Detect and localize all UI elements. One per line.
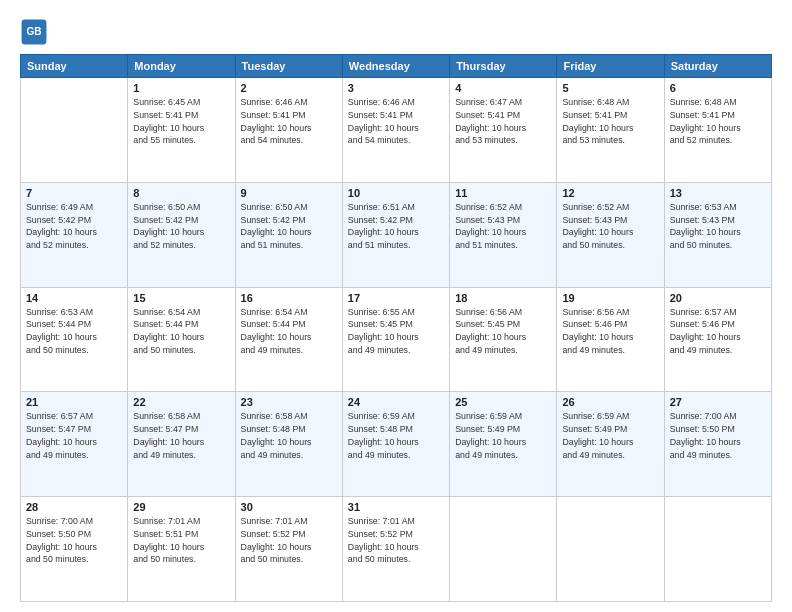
day-detail: Sunrise: 6:47 AM Sunset: 5:41 PM Dayligh…: [455, 96, 551, 147]
day-number: 30: [241, 501, 337, 513]
calendar-cell: 18Sunrise: 6:56 AM Sunset: 5:45 PM Dayli…: [450, 287, 557, 392]
calendar-table: SundayMondayTuesdayWednesdayThursdayFrid…: [20, 54, 772, 602]
day-detail: Sunrise: 6:50 AM Sunset: 5:42 PM Dayligh…: [241, 201, 337, 252]
calendar-cell: 20Sunrise: 6:57 AM Sunset: 5:46 PM Dayli…: [664, 287, 771, 392]
day-number: 28: [26, 501, 122, 513]
day-detail: Sunrise: 6:51 AM Sunset: 5:42 PM Dayligh…: [348, 201, 444, 252]
day-number: 26: [562, 396, 658, 408]
day-detail: Sunrise: 6:49 AM Sunset: 5:42 PM Dayligh…: [26, 201, 122, 252]
logo: GB: [20, 18, 52, 46]
calendar-cell: 14Sunrise: 6:53 AM Sunset: 5:44 PM Dayli…: [21, 287, 128, 392]
calendar-cell: 13Sunrise: 6:53 AM Sunset: 5:43 PM Dayli…: [664, 182, 771, 287]
day-number: 6: [670, 82, 766, 94]
calendar-cell: 9Sunrise: 6:50 AM Sunset: 5:42 PM Daylig…: [235, 182, 342, 287]
day-number: 11: [455, 187, 551, 199]
calendar-header-monday: Monday: [128, 55, 235, 78]
calendar-cell: 12Sunrise: 6:52 AM Sunset: 5:43 PM Dayli…: [557, 182, 664, 287]
day-detail: Sunrise: 6:54 AM Sunset: 5:44 PM Dayligh…: [241, 306, 337, 357]
day-number: 17: [348, 292, 444, 304]
day-number: 12: [562, 187, 658, 199]
calendar-header-tuesday: Tuesday: [235, 55, 342, 78]
day-number: 1: [133, 82, 229, 94]
calendar-cell: 28Sunrise: 7:00 AM Sunset: 5:50 PM Dayli…: [21, 497, 128, 602]
calendar-cell: 16Sunrise: 6:54 AM Sunset: 5:44 PM Dayli…: [235, 287, 342, 392]
header: GB: [20, 18, 772, 46]
calendar-cell: 10Sunrise: 6:51 AM Sunset: 5:42 PM Dayli…: [342, 182, 449, 287]
day-number: 20: [670, 292, 766, 304]
calendar-cell: 19Sunrise: 6:56 AM Sunset: 5:46 PM Dayli…: [557, 287, 664, 392]
day-detail: Sunrise: 6:56 AM Sunset: 5:45 PM Dayligh…: [455, 306, 551, 357]
calendar-header-friday: Friday: [557, 55, 664, 78]
day-detail: Sunrise: 6:52 AM Sunset: 5:43 PM Dayligh…: [562, 201, 658, 252]
day-detail: Sunrise: 6:53 AM Sunset: 5:44 PM Dayligh…: [26, 306, 122, 357]
day-number: 10: [348, 187, 444, 199]
calendar-cell: 31Sunrise: 7:01 AM Sunset: 5:52 PM Dayli…: [342, 497, 449, 602]
calendar-cell: 2Sunrise: 6:46 AM Sunset: 5:41 PM Daylig…: [235, 78, 342, 183]
calendar-cell: 27Sunrise: 7:00 AM Sunset: 5:50 PM Dayli…: [664, 392, 771, 497]
calendar-cell: 7Sunrise: 6:49 AM Sunset: 5:42 PM Daylig…: [21, 182, 128, 287]
svg-text:GB: GB: [26, 26, 41, 37]
day-number: 18: [455, 292, 551, 304]
day-number: 5: [562, 82, 658, 94]
day-number: 7: [26, 187, 122, 199]
calendar-cell: 22Sunrise: 6:58 AM Sunset: 5:47 PM Dayli…: [128, 392, 235, 497]
day-number: 13: [670, 187, 766, 199]
calendar-week-2: 7Sunrise: 6:49 AM Sunset: 5:42 PM Daylig…: [21, 182, 772, 287]
day-detail: Sunrise: 6:55 AM Sunset: 5:45 PM Dayligh…: [348, 306, 444, 357]
calendar-cell: [664, 497, 771, 602]
day-number: 25: [455, 396, 551, 408]
calendar-cell: 1Sunrise: 6:45 AM Sunset: 5:41 PM Daylig…: [128, 78, 235, 183]
day-detail: Sunrise: 6:58 AM Sunset: 5:47 PM Dayligh…: [133, 410, 229, 461]
calendar-cell: 23Sunrise: 6:58 AM Sunset: 5:48 PM Dayli…: [235, 392, 342, 497]
day-number: 31: [348, 501, 444, 513]
calendar-cell: 8Sunrise: 6:50 AM Sunset: 5:42 PM Daylig…: [128, 182, 235, 287]
calendar-header-thursday: Thursday: [450, 55, 557, 78]
calendar-cell: 17Sunrise: 6:55 AM Sunset: 5:45 PM Dayli…: [342, 287, 449, 392]
calendar-cell: 3Sunrise: 6:46 AM Sunset: 5:41 PM Daylig…: [342, 78, 449, 183]
day-detail: Sunrise: 6:52 AM Sunset: 5:43 PM Dayligh…: [455, 201, 551, 252]
calendar-cell: 11Sunrise: 6:52 AM Sunset: 5:43 PM Dayli…: [450, 182, 557, 287]
calendar-cell: 15Sunrise: 6:54 AM Sunset: 5:44 PM Dayli…: [128, 287, 235, 392]
day-number: 24: [348, 396, 444, 408]
calendar-cell: 26Sunrise: 6:59 AM Sunset: 5:49 PM Dayli…: [557, 392, 664, 497]
day-number: 27: [670, 396, 766, 408]
calendar-page: GB SundayMondayTuesdayWednesdayThursdayF…: [0, 0, 792, 612]
day-number: 9: [241, 187, 337, 199]
day-detail: Sunrise: 6:48 AM Sunset: 5:41 PM Dayligh…: [670, 96, 766, 147]
day-number: 29: [133, 501, 229, 513]
calendar-cell: 4Sunrise: 6:47 AM Sunset: 5:41 PM Daylig…: [450, 78, 557, 183]
calendar-cell: 24Sunrise: 6:59 AM Sunset: 5:48 PM Dayli…: [342, 392, 449, 497]
calendar-cell: [21, 78, 128, 183]
calendar-cell: [557, 497, 664, 602]
calendar-cell: 29Sunrise: 7:01 AM Sunset: 5:51 PM Dayli…: [128, 497, 235, 602]
day-detail: Sunrise: 6:58 AM Sunset: 5:48 PM Dayligh…: [241, 410, 337, 461]
logo-icon: GB: [20, 18, 48, 46]
calendar-header-wednesday: Wednesday: [342, 55, 449, 78]
calendar-week-3: 14Sunrise: 6:53 AM Sunset: 5:44 PM Dayli…: [21, 287, 772, 392]
day-number: 21: [26, 396, 122, 408]
calendar-cell: 6Sunrise: 6:48 AM Sunset: 5:41 PM Daylig…: [664, 78, 771, 183]
day-detail: Sunrise: 7:01 AM Sunset: 5:51 PM Dayligh…: [133, 515, 229, 566]
calendar-header-sunday: Sunday: [21, 55, 128, 78]
calendar-header: SundayMondayTuesdayWednesdayThursdayFrid…: [21, 55, 772, 78]
day-number: 15: [133, 292, 229, 304]
day-detail: Sunrise: 6:54 AM Sunset: 5:44 PM Dayligh…: [133, 306, 229, 357]
calendar-cell: 5Sunrise: 6:48 AM Sunset: 5:41 PM Daylig…: [557, 78, 664, 183]
day-number: 2: [241, 82, 337, 94]
calendar-cell: [450, 497, 557, 602]
day-detail: Sunrise: 6:57 AM Sunset: 5:47 PM Dayligh…: [26, 410, 122, 461]
calendar-cell: 21Sunrise: 6:57 AM Sunset: 5:47 PM Dayli…: [21, 392, 128, 497]
day-detail: Sunrise: 6:46 AM Sunset: 5:41 PM Dayligh…: [241, 96, 337, 147]
day-detail: Sunrise: 6:56 AM Sunset: 5:46 PM Dayligh…: [562, 306, 658, 357]
day-detail: Sunrise: 6:48 AM Sunset: 5:41 PM Dayligh…: [562, 96, 658, 147]
day-detail: Sunrise: 6:53 AM Sunset: 5:43 PM Dayligh…: [670, 201, 766, 252]
day-number: 14: [26, 292, 122, 304]
day-number: 19: [562, 292, 658, 304]
day-number: 4: [455, 82, 551, 94]
day-number: 3: [348, 82, 444, 94]
day-detail: Sunrise: 6:59 AM Sunset: 5:49 PM Dayligh…: [455, 410, 551, 461]
day-number: 22: [133, 396, 229, 408]
calendar-header-saturday: Saturday: [664, 55, 771, 78]
day-detail: Sunrise: 6:50 AM Sunset: 5:42 PM Dayligh…: [133, 201, 229, 252]
calendar-cell: 25Sunrise: 6:59 AM Sunset: 5:49 PM Dayli…: [450, 392, 557, 497]
